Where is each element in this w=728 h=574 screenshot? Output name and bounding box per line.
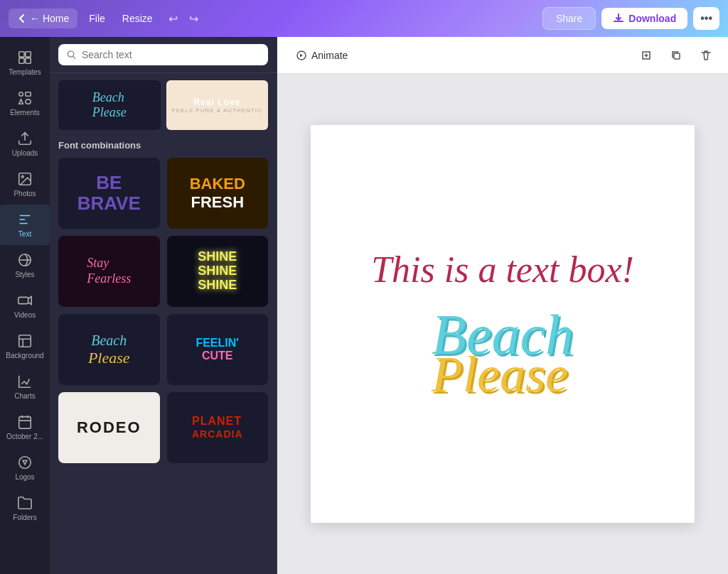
- animate-label: Animate: [311, 50, 348, 61]
- arcadia-text: ARCADIA: [192, 428, 243, 440]
- sidebar-item-uploads[interactable]: Uploads: [0, 124, 50, 164]
- panel-content: BeachPlease Real Love FEELS PURE & AUTHE…: [50, 73, 277, 574]
- sidebar-item-elements[interactable]: Elements: [0, 83, 50, 124]
- text-panel: BeachPlease Real Love FEELS PURE & AUTHE…: [50, 37, 277, 574]
- search-box[interactable]: [58, 44, 268, 65]
- stay-fearless-text: StayFearless: [87, 256, 131, 286]
- download-label: Download: [628, 13, 676, 24]
- baked-top: BAKED: [190, 175, 245, 193]
- text-box-element[interactable]: This is a text box!: [349, 248, 656, 292]
- top-previews: BeachPlease Real Love FEELS PURE & AUTHE…: [58, 80, 268, 130]
- share-button[interactable]: Share: [542, 7, 596, 30]
- combo-beach-please[interactable]: Beach Please: [58, 314, 160, 385]
- resize-button[interactable]: Resize: [117, 9, 159, 28]
- svg-rect-1: [26, 52, 31, 57]
- canvas-toolbar: Animate: [277, 37, 728, 74]
- sidebar-item-background[interactable]: Background: [0, 326, 50, 367]
- svg-rect-12: [19, 335, 31, 347]
- svg-point-9: [21, 175, 23, 178]
- search-icon: [67, 50, 76, 60]
- icon-sidebar: Templates Elements Uploads Photos Text S…: [0, 37, 50, 574]
- undo-button[interactable]: ↩: [164, 9, 182, 28]
- svg-rect-17: [674, 53, 680, 59]
- sidebar-label-elements: Elements: [10, 109, 40, 117]
- sidebar-item-folders[interactable]: Folders: [0, 488, 50, 529]
- cute-text: CUTE: [196, 350, 239, 362]
- combo-planet-arcadia[interactable]: PLANETARCADIA: [167, 392, 269, 463]
- sidebar-label-text: Text: [18, 230, 31, 238]
- animate-button[interactable]: Animate: [289, 45, 355, 65]
- delete-button[interactable]: [695, 45, 717, 66]
- search-input[interactable]: [82, 49, 259, 60]
- beach-combo-top: Beach: [88, 332, 130, 349]
- panel-search-area: [50, 37, 277, 73]
- svg-rect-5: [26, 92, 31, 97]
- svg-marker-6: [19, 99, 23, 104]
- svg-rect-13: [19, 417, 31, 429]
- sidebar-label-october: October 2...: [6, 433, 43, 440]
- canvas-text-main: This is a text box!: [349, 248, 656, 292]
- sidebar-label-charts: Charts: [14, 392, 35, 400]
- be-brave-text: BEBRAVE: [77, 173, 141, 213]
- home-label: ← Home: [30, 13, 69, 24]
- preview-real-love-sub: FEELS PURE & AUTHENTIC: [172, 107, 262, 114]
- redo-button[interactable]: ↪: [185, 9, 203, 28]
- svg-point-4: [19, 92, 23, 97]
- sidebar-item-photos[interactable]: Photos: [0, 164, 50, 205]
- sidebar-item-text[interactable]: Text: [0, 205, 50, 245]
- combo-stay-fearless[interactable]: StayFearless: [58, 236, 160, 307]
- more-options-button[interactable]: •••: [693, 7, 719, 30]
- svg-rect-2: [19, 58, 24, 63]
- svg-rect-7: [26, 99, 31, 104]
- baked-fresh-content: BAKED FRESH: [190, 175, 245, 212]
- please-canvas-text: Please: [432, 349, 574, 400]
- beach-combo-bot: Please: [88, 349, 130, 367]
- sidebar-label-videos: Videos: [14, 311, 36, 319]
- sidebar-item-logos[interactable]: Logos: [0, 448, 50, 488]
- sidebar-item-templates[interactable]: Templates: [0, 43, 50, 83]
- preview-beach-text: BeachPlease: [92, 90, 127, 120]
- planet-text: PLANETARCADIA: [192, 415, 243, 440]
- preview-real-love-title: Real Love: [172, 97, 262, 107]
- sidebar-item-october[interactable]: October 2...: [0, 407, 50, 448]
- feelin-text: FEELIN': [196, 337, 239, 350]
- canvas[interactable]: This is a text box! Beach Please: [311, 125, 695, 523]
- combo-be-brave[interactable]: BEBRAVE: [58, 158, 160, 229]
- beach-please-element[interactable]: Beach Please: [432, 306, 574, 400]
- sidebar-item-styles[interactable]: Styles: [0, 245, 50, 286]
- font-combinations-title: Font combinations: [58, 140, 268, 151]
- sidebar-label-background: Background: [6, 352, 43, 359]
- sidebar-label-folders: Folders: [13, 514, 36, 521]
- preview-card-real-love[interactable]: Real Love FEELS PURE & AUTHENTIC: [166, 80, 269, 130]
- rodeo-text: RODEO: [77, 418, 141, 437]
- baked-bot: FRESH: [190, 193, 245, 212]
- feelin-content: FEELIN' CUTE: [196, 337, 239, 362]
- sidebar-item-videos[interactable]: Videos: [0, 286, 50, 326]
- combo-rodeo[interactable]: RODEO: [58, 392, 160, 463]
- undo-redo-group: ↩ ↪: [164, 9, 203, 28]
- canvas-wrapper: This is a text box! Beach Please: [277, 74, 728, 574]
- copy-button[interactable]: [665, 45, 687, 66]
- sidebar-label-templates: Templates: [9, 68, 41, 76]
- sidebar-label-styles: Styles: [15, 271, 34, 278]
- animate-icon: [296, 50, 307, 61]
- new-tab-button[interactable]: [636, 45, 657, 66]
- topbar: ← Home File Resize ↩ ↪ Share Download ••…: [0, 0, 728, 37]
- main-layout: Templates Elements Uploads Photos Text S…: [0, 37, 728, 574]
- file-menu-button[interactable]: File: [83, 9, 111, 28]
- svg-point-14: [19, 457, 31, 469]
- back-home-button[interactable]: ← Home: [9, 9, 77, 28]
- preview-card-beach[interactable]: BeachPlease: [58, 80, 161, 130]
- sidebar-label-photos: Photos: [14, 190, 36, 197]
- canvas-area: Animate This is a text box! Beach Please: [277, 37, 728, 574]
- sidebar-label-uploads: Uploads: [12, 149, 38, 157]
- sidebar-item-charts[interactable]: Charts: [0, 367, 50, 407]
- shine-text: SHINESHINESHINE: [198, 250, 237, 292]
- download-button[interactable]: Download: [601, 8, 687, 29]
- combo-baked-fresh[interactable]: BAKED FRESH: [167, 158, 269, 229]
- combo-shine[interactable]: SHINESHINESHINE: [167, 236, 269, 307]
- combos-grid: BEBRAVE BAKED FRESH StayFearless SHINESH…: [58, 158, 268, 463]
- sidebar-label-logos: Logos: [15, 473, 34, 481]
- combo-feelin-cute[interactable]: FEELIN' CUTE: [167, 314, 269, 385]
- svg-rect-11: [18, 297, 28, 303]
